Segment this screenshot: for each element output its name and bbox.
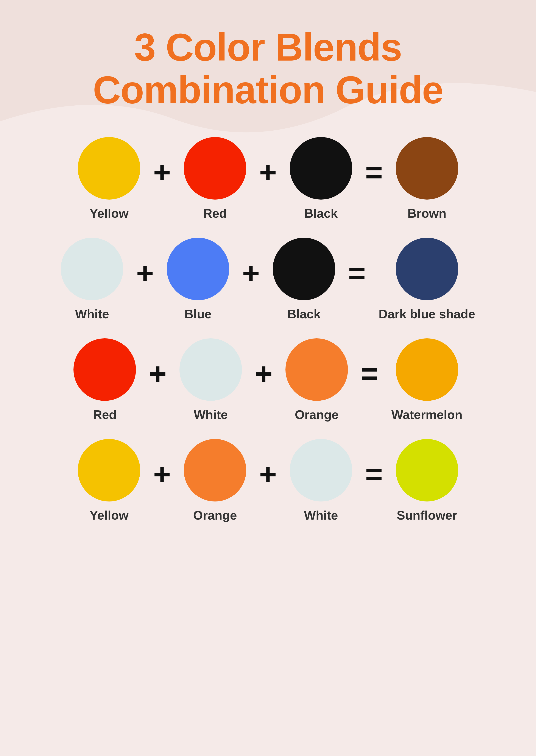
color-item-4-2: Orange [184, 439, 246, 522]
plus-operator: + [153, 157, 171, 188]
color-item-3-1: Red [74, 338, 136, 422]
color-item-2-1: White [61, 238, 123, 321]
equals-operator: = [365, 157, 383, 188]
blend-row-1: Yellow+Red+Black=Brown [78, 137, 458, 221]
circle-orange-4 [184, 439, 246, 501]
color-label-orange-4: Orange [193, 508, 237, 522]
circle-orange-3 [285, 338, 348, 401]
circle-red-1 [184, 137, 246, 199]
blend-row-3: Red+White+Orange=Watermelon [74, 338, 462, 422]
color-label-orange-3: Orange [295, 407, 338, 422]
equals-operator: = [365, 459, 383, 489]
color-label-red-3: Red [93, 407, 117, 422]
result-label-3: Watermelon [391, 407, 462, 422]
blend-rows: Yellow+Red+Black=BrownWhite+Blue+Black=D… [61, 137, 475, 522]
result-item-4: Sunflower [396, 439, 458, 522]
circle-red-3 [74, 338, 136, 401]
plus-operator: + [259, 157, 277, 188]
result-label-2: Dark blue shade [379, 307, 475, 321]
plus-operator: + [242, 258, 260, 288]
circle-blue-2 [167, 238, 229, 300]
color-label-black-1: Black [304, 206, 338, 221]
blend-row-4: Yellow+Orange+White=Sunflower [78, 439, 458, 522]
color-item-3-2: White [180, 338, 242, 422]
color-item-3-3: Orange [285, 338, 348, 422]
result-label-1: Brown [407, 206, 446, 221]
color-item-2-2: Blue [167, 238, 229, 321]
color-item-1-1: Yellow [78, 137, 140, 221]
color-item-4-3: White [290, 439, 352, 522]
result-item-2: Dark blue shade [379, 238, 475, 321]
circle-white-4 [290, 439, 352, 501]
circle-yellow-4 [78, 439, 140, 501]
result-circle-3 [396, 338, 458, 401]
color-label-white-3: White [194, 407, 228, 422]
circle-black-1 [290, 137, 352, 199]
color-item-1-3: Black [290, 137, 352, 221]
color-item-4-1: Yellow [78, 439, 140, 522]
result-item-3: Watermelon [391, 338, 462, 422]
circle-black-2 [273, 238, 335, 300]
color-label-white-2: White [75, 307, 109, 321]
color-label-yellow-1: Yellow [90, 206, 129, 221]
circle-white-3 [180, 338, 242, 401]
result-item-1: Brown [396, 137, 458, 221]
blend-row-2: White+Blue+Black=Dark blue shade [61, 238, 475, 321]
result-circle-4 [396, 439, 458, 501]
equals-operator: = [361, 359, 379, 389]
color-label-blue-2: Blue [184, 307, 212, 321]
color-label-yellow-4: Yellow [90, 508, 129, 522]
result-circle-2 [396, 238, 458, 300]
color-item-2-3: Black [273, 238, 335, 321]
equals-operator: = [348, 258, 366, 288]
plus-operator: + [149, 359, 167, 389]
page-title: 3 Color Blends Combination Guide [93, 26, 443, 111]
plus-operator: + [259, 459, 277, 489]
plus-operator: + [153, 459, 171, 489]
result-circle-1 [396, 137, 458, 199]
circle-white-2 [61, 238, 123, 300]
plus-operator: + [136, 258, 154, 288]
color-item-1-2: Red [184, 137, 246, 221]
plus-operator: + [255, 359, 273, 389]
color-label-red-1: Red [203, 206, 227, 221]
color-label-white-4: White [304, 508, 338, 522]
color-label-black-2: Black [287, 307, 320, 321]
circle-yellow-1 [78, 137, 140, 199]
result-label-4: Sunflower [397, 508, 457, 522]
